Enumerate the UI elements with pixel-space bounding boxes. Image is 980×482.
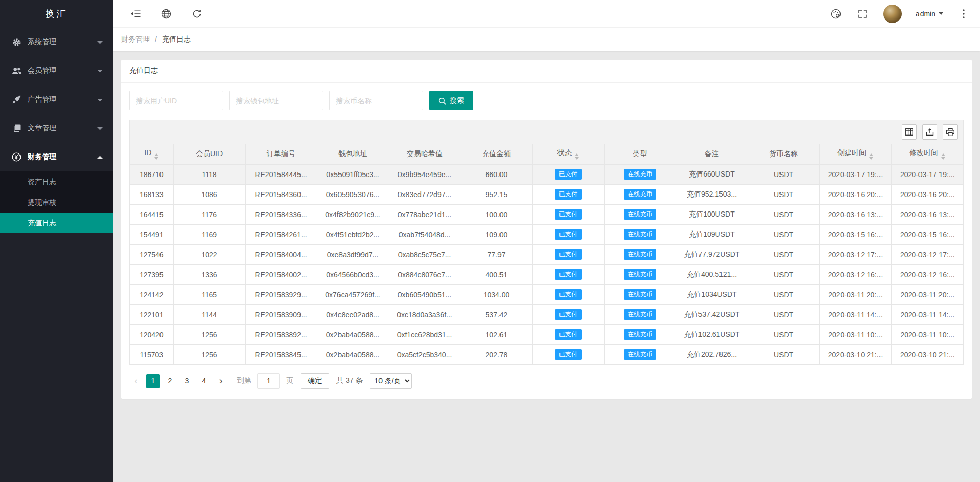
cell-created: 2020-03-16 13:... <box>819 204 891 224</box>
refresh-icon[interactable] <box>191 8 203 20</box>
search-button-label: 搜索 <box>450 96 464 105</box>
cell-wallet: 0x2bab4a0588... <box>317 324 389 344</box>
cell-remark: 充值1034USDT <box>676 284 748 304</box>
cell-modified: 2020-03-12 16:... <box>891 264 963 284</box>
breadcrumb-item-finance[interactable]: 财务管理 <box>121 35 150 44</box>
cell-id: 127395 <box>130 264 173 284</box>
cell-status: 已支付 <box>532 204 604 224</box>
cell-currency: USDT <box>748 264 819 284</box>
sidebar-item-4[interactable]: 财务管理 <box>0 143 113 171</box>
cell-amount: 952.15 <box>461 184 532 204</box>
sidebar-subitem[interactable]: 资产日志 <box>0 171 113 192</box>
sidebar-item-1[interactable]: 会员管理 <box>0 56 113 85</box>
type-badge: 在线充币 <box>624 289 656 300</box>
cell-status: 已支付 <box>532 164 604 184</box>
cell-tx_hash: 0xa5cf2c5b340... <box>389 344 461 364</box>
page-size-select[interactable]: 10 条/页 <box>370 373 412 389</box>
palette-icon[interactable] <box>830 8 842 20</box>
cell-wallet: 0x4c8ee02ad8... <box>317 304 389 324</box>
cell-type: 在线充币 <box>604 324 676 344</box>
topbar-left-icons <box>129 8 203 20</box>
cell-amount: 109.00 <box>461 224 532 244</box>
sort-icon[interactable] <box>154 153 158 160</box>
total-count-label: 共 37 条 <box>336 376 363 385</box>
user-name: admin <box>916 10 935 18</box>
chevron-up-icon <box>97 156 103 159</box>
sidebar-item-label: 系统管理 <box>28 37 97 47</box>
search-uid-input[interactable] <box>129 91 223 110</box>
cell-uid: 1144 <box>173 304 245 324</box>
column-header-uid: 会员UID <box>173 144 245 164</box>
sidebar-subitem-selected[interactable]: 充值日志 <box>0 213 113 233</box>
sidebar-item-label: 财务管理 <box>28 152 97 162</box>
sidebar-item-label: 会员管理 <box>28 66 97 75</box>
cell-currency: USDT <box>748 224 819 244</box>
recharge-table: ID会员UID订单编号钱包地址交易哈希值充值金额状态类型备注货币名称创建时间修改… <box>130 144 963 364</box>
user-menu[interactable]: admin <box>916 10 943 18</box>
status-badge: 已支付 <box>555 249 582 260</box>
sidebar-subitem[interactable]: 提现审核 <box>0 192 113 213</box>
kebab-menu-icon[interactable] <box>957 8 970 20</box>
pagination-page-4[interactable]: 4 <box>197 374 211 388</box>
sort-icon[interactable] <box>575 153 579 160</box>
export-button[interactable] <box>922 124 937 140</box>
cell-id: 154491 <box>130 224 173 244</box>
cell-tx_hash: 0xab8c5c75e7... <box>389 244 461 264</box>
jump-confirm-button[interactable]: 确定 <box>301 373 329 389</box>
fullscreen-icon[interactable] <box>856 8 869 20</box>
column-header-wallet: 钱包地址 <box>317 144 389 164</box>
sidebar-item-0[interactable]: 系统管理 <box>0 28 113 56</box>
type-badge: 在线充币 <box>624 249 656 260</box>
pagination-page-1[interactable]: 1 <box>146 374 160 388</box>
cell-status: 已支付 <box>532 284 604 304</box>
jump-page-input[interactable] <box>257 373 280 389</box>
type-badge: 在线充币 <box>624 229 656 240</box>
cell-status: 已支付 <box>532 264 604 284</box>
print-button[interactable] <box>943 124 958 140</box>
cell-currency: USDT <box>748 184 819 204</box>
column-header-modified[interactable]: 修改时间 <box>891 144 963 164</box>
column-header-created[interactable]: 创建时间 <box>819 144 891 164</box>
column-header-amount: 充值金额 <box>461 144 532 164</box>
pagination-page-3[interactable]: 3 <box>180 374 194 388</box>
cell-uid: 1336 <box>173 264 245 284</box>
cell-status: 已支付 <box>532 304 604 324</box>
cell-order_no: RE201584445... <box>245 164 317 184</box>
cell-created: 2020-03-11 10:... <box>819 324 891 344</box>
status-badge: 已支付 <box>555 209 582 220</box>
cell-id: 127546 <box>130 244 173 264</box>
search-button[interactable]: 搜索 <box>429 91 473 110</box>
cell-wallet: 0xe8a3df99d7... <box>317 244 389 264</box>
avatar[interactable] <box>883 5 902 23</box>
sidebar-item-3[interactable]: 文章管理 <box>0 114 113 143</box>
filter-columns-button[interactable] <box>902 124 917 140</box>
sidebar-item-2[interactable]: 广告管理 <box>0 85 113 114</box>
search-coin-input[interactable] <box>329 91 423 110</box>
type-badge: 在线充币 <box>624 209 656 220</box>
pagination-page-2[interactable]: 2 <box>163 374 177 388</box>
breadcrumb-separator: / <box>155 35 157 44</box>
rocket-icon <box>11 95 22 104</box>
globe-icon[interactable] <box>160 8 172 20</box>
cell-currency: USDT <box>748 304 819 324</box>
pagination-next[interactable]: › <box>214 374 228 388</box>
table-toolbar <box>130 120 963 144</box>
cell-modified: 2020-03-15 16:... <box>891 224 963 244</box>
column-header-status[interactable]: 状态 <box>532 144 604 164</box>
cell-modified: 2020-03-11 20:... <box>891 284 963 304</box>
search-wallet-input[interactable] <box>229 91 323 110</box>
collapse-menu-icon[interactable] <box>129 8 142 20</box>
cell-amount: 77.97 <box>461 244 532 264</box>
status-badge: 已支付 <box>555 229 582 240</box>
cell-remark: 充值952.1503... <box>676 184 748 204</box>
cell-id: 120420 <box>130 324 173 344</box>
sort-icon[interactable] <box>941 153 945 160</box>
column-label: 充值金额 <box>482 149 511 158</box>
pagination-prev[interactable]: ‹ <box>129 374 143 388</box>
sort-icon[interactable] <box>869 153 873 160</box>
column-header-id[interactable]: ID <box>130 144 173 164</box>
cell-modified: 2020-03-11 10:... <box>891 324 963 344</box>
table-row: 1221011144RE201583909...0x4c8ee02ad8...0… <box>130 304 963 324</box>
cell-remark: 充值202.7826... <box>676 344 748 364</box>
column-label: 修改时间 <box>909 148 938 157</box>
